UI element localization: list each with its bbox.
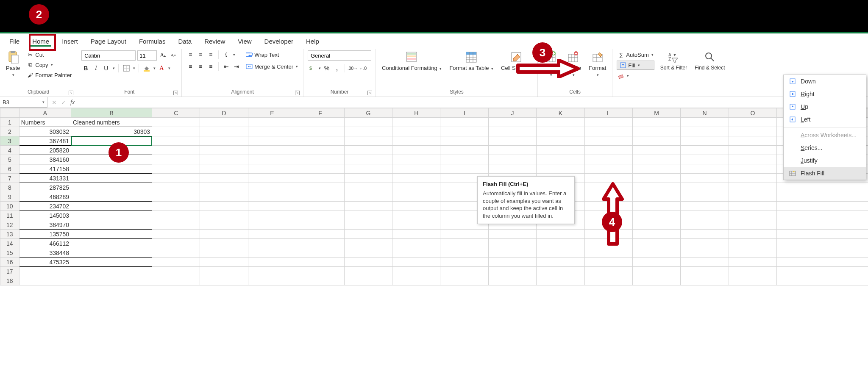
- cell[interactable]: [248, 164, 296, 174]
- sort-filter-button[interactable]: AZ Sort & Filter: [659, 50, 689, 71]
- fx-icon[interactable]: fx: [70, 99, 75, 106]
- cell[interactable]: [537, 239, 584, 248]
- cell[interactable]: [729, 136, 776, 146]
- column-header[interactable]: G: [344, 108, 392, 118]
- cell[interactable]: [344, 183, 392, 192]
- cell[interactable]: [488, 267, 536, 276]
- tab-formulas[interactable]: Formulas: [133, 35, 172, 47]
- cell[interactable]: [296, 239, 344, 248]
- cell[interactable]: [537, 136, 584, 146]
- cell[interactable]: [825, 211, 868, 220]
- cell[interactable]: [488, 248, 536, 258]
- cell[interactable]: [488, 276, 536, 285]
- cell[interactable]: [681, 258, 729, 267]
- cell[interactable]: [71, 192, 152, 202]
- cell[interactable]: [200, 127, 248, 136]
- tab-review[interactable]: Review: [198, 35, 231, 47]
- cell[interactable]: [729, 258, 776, 267]
- cell[interactable]: [19, 276, 71, 285]
- cell[interactable]: [584, 118, 632, 127]
- cell[interactable]: 384160: [19, 155, 71, 164]
- cell[interactable]: [777, 276, 825, 285]
- tab-page-layout[interactable]: Page Layout: [85, 35, 132, 47]
- cell[interactable]: [71, 211, 152, 220]
- cell[interactable]: [152, 258, 200, 267]
- cell[interactable]: [392, 230, 440, 239]
- cell[interactable]: [296, 220, 344, 230]
- cell[interactable]: [152, 202, 200, 211]
- cell[interactable]: [392, 136, 440, 146]
- number-format-input[interactable]: [308, 50, 371, 61]
- cell[interactable]: [71, 164, 152, 174]
- cell[interactable]: Numbers: [19, 118, 71, 127]
- cell[interactable]: [777, 202, 825, 211]
- name-box[interactable]: B3▾: [0, 97, 47, 108]
- cell[interactable]: [825, 248, 868, 258]
- cell[interactable]: [344, 146, 392, 155]
- decrease-decimal-icon[interactable]: ←.0: [359, 64, 367, 72]
- cell[interactable]: [440, 146, 488, 155]
- cell[interactable]: [248, 183, 296, 192]
- cell[interactable]: 338448: [19, 248, 71, 258]
- align-top-icon[interactable]: ≡: [186, 50, 195, 59]
- cell[interactable]: [71, 267, 152, 276]
- cell[interactable]: [681, 155, 729, 164]
- cell[interactable]: [729, 239, 776, 248]
- align-bottom-icon[interactable]: ≡: [206, 50, 215, 59]
- cell[interactable]: [825, 192, 868, 202]
- cell[interactable]: [392, 267, 440, 276]
- cell[interactable]: [681, 239, 729, 248]
- cell[interactable]: [681, 136, 729, 146]
- dialog-launcher-icon[interactable]: ↘: [295, 91, 300, 95]
- cell[interactable]: [729, 230, 776, 239]
- orientation-icon[interactable]: ⤹: [222, 50, 231, 59]
- cell[interactable]: [71, 202, 152, 211]
- cell[interactable]: [200, 174, 248, 183]
- cell[interactable]: [392, 239, 440, 248]
- row-header[interactable]: 2: [0, 127, 19, 136]
- cell[interactable]: 475325: [19, 258, 71, 267]
- column-header[interactable]: I: [440, 108, 488, 118]
- cell[interactable]: [296, 211, 344, 220]
- cell[interactable]: [584, 258, 632, 267]
- cell[interactable]: [681, 276, 729, 285]
- cell[interactable]: [200, 202, 248, 211]
- find-select-button[interactable]: Find & Select: [693, 50, 726, 71]
- cell[interactable]: 205820: [19, 146, 71, 155]
- cell[interactable]: 303032: [19, 127, 71, 136]
- cell[interactable]: [200, 146, 248, 155]
- cell[interactable]: [440, 136, 488, 146]
- cell[interactable]: [392, 174, 440, 183]
- increase-decimal-icon[interactable]: .00→: [348, 64, 357, 72]
- cell[interactable]: [248, 220, 296, 230]
- cell[interactable]: [152, 248, 200, 258]
- row-header[interactable]: 18: [0, 276, 19, 285]
- cut-button[interactable]: ✂Cut: [26, 50, 72, 59]
- cell[interactable]: [296, 230, 344, 239]
- cell[interactable]: [200, 211, 248, 220]
- cell[interactable]: [248, 211, 296, 220]
- cell[interactable]: [71, 174, 152, 183]
- cell[interactable]: [632, 183, 680, 192]
- cell[interactable]: [584, 164, 632, 174]
- cell[interactable]: [584, 248, 632, 258]
- cell[interactable]: [344, 267, 392, 276]
- cell[interactable]: [152, 146, 200, 155]
- cell[interactable]: [440, 267, 488, 276]
- cell[interactable]: [392, 192, 440, 202]
- cell[interactable]: [344, 202, 392, 211]
- conditional-formatting-button[interactable]: Conditional Formatting ▾: [380, 50, 443, 71]
- cell[interactable]: 384970: [19, 220, 71, 230]
- column-header[interactable]: E: [248, 108, 296, 118]
- cell[interactable]: [825, 258, 868, 267]
- bold-button[interactable]: B: [81, 64, 90, 72]
- cell[interactable]: [248, 248, 296, 258]
- row-header[interactable]: 14: [0, 239, 19, 248]
- cell[interactable]: [248, 127, 296, 136]
- cell[interactable]: [777, 258, 825, 267]
- fill-series-item[interactable]: Series...: [784, 141, 866, 154]
- cell[interactable]: [632, 127, 680, 136]
- cell[interactable]: [632, 258, 680, 267]
- format-painter-button[interactable]: 🖌Format Painter: [26, 71, 72, 79]
- borders-icon[interactable]: [122, 64, 131, 72]
